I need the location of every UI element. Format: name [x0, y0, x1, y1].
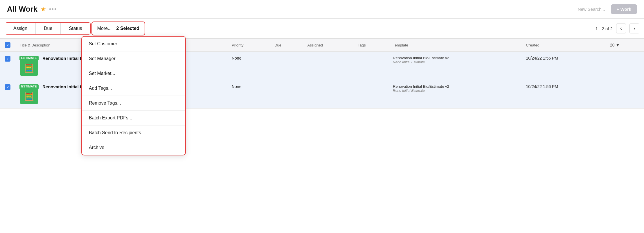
row2-template-sub: Reno Initial Estimate	[393, 89, 517, 93]
row2-tags	[353, 80, 388, 109]
dropdown-item-set-market[interactable]: Set Market...	[82, 66, 185, 81]
row1-estimate-badge: ESTIMATE	[19, 56, 39, 60]
row2-estimate-icon-wrap: 🧮	[20, 89, 38, 104]
selected-count-label: 2 Selected	[116, 26, 139, 31]
row2-title-text: Renovation Initial Bid	[42, 84, 87, 89]
dropdown-item-batch-send[interactable]: Batch Send to Recipients...	[82, 126, 185, 140]
row1-actions	[605, 52, 644, 80]
row1-title-text: Renovation Initial Bid	[42, 56, 87, 61]
row2-checkbox[interactable]: ✓	[5, 84, 10, 90]
star-icon[interactable]: ★	[40, 6, 46, 13]
row1-estimate-icon-wrap: 🧮	[20, 60, 38, 76]
next-page-button[interactable]: ›	[629, 24, 639, 33]
due-button[interactable]: Due	[36, 23, 61, 34]
toolbar-right: 1 - 2 of 2 ‹ ›	[596, 24, 639, 33]
per-page-selector[interactable]: 20 ▼	[610, 43, 639, 47]
row1-assigned	[303, 52, 353, 80]
col-template: Template	[388, 39, 521, 52]
col-tags: Tags	[353, 39, 388, 52]
prev-page-button[interactable]: ‹	[616, 24, 626, 33]
row2-cell3	[189, 80, 208, 109]
row1-cell4	[208, 52, 227, 80]
page-title: All Work	[7, 5, 37, 14]
row2-priority: None	[227, 80, 270, 109]
select-all-checkbox[interactable]: ✓	[5, 42, 10, 48]
col-spacer2	[189, 39, 208, 52]
row1-estimate-block: ESTIMATE 🧮	[20, 56, 38, 76]
row1-checkbox-cell[interactable]: ✓	[0, 52, 15, 80]
row1-priority: None	[227, 52, 270, 80]
dropdown-item-batch-export[interactable]: Batch Export PDFs...	[82, 111, 185, 126]
row1-tags	[353, 52, 388, 80]
col-assigned: Assigned	[303, 39, 353, 52]
dots-icon[interactable]: •••	[49, 6, 57, 12]
header: All Work ★ ••• New Search... + Work	[0, 0, 644, 19]
row2-calculator-icon: 🧮	[24, 92, 34, 101]
row2-created: 10/24/22 1:56 PM	[521, 80, 605, 109]
row1-calculator-icon: 🧮	[24, 63, 34, 73]
col-perpage[interactable]: 20 ▼	[605, 39, 644, 52]
row2-due	[270, 80, 303, 109]
per-page-chevron-icon: ▼	[616, 43, 620, 47]
row2-checkbox-cell[interactable]: ✓	[0, 80, 15, 109]
per-page-value: 20	[610, 43, 615, 47]
row2-actions	[605, 80, 644, 109]
dropdown-item-archive[interactable]: Archive	[82, 140, 185, 155]
row2-cell4	[208, 80, 227, 109]
more-dropdown: Set Customer Set Manager Set Market... A…	[81, 36, 186, 155]
add-work-button[interactable]: + Work	[611, 4, 637, 14]
row1-checkbox[interactable]: ✓	[5, 56, 10, 62]
action-button-group: Assign Due Status	[5, 22, 91, 35]
row1-created: 10/24/22 1:56 PM	[521, 52, 605, 80]
col-due: Due	[270, 39, 303, 52]
assign-button[interactable]: Assign	[5, 23, 36, 34]
row2-estimate-badge: ESTIMATE	[19, 84, 39, 89]
row1-cell3	[189, 52, 208, 80]
dropdown-item-set-customer[interactable]: Set Customer	[82, 37, 185, 51]
col-spacer3	[208, 39, 227, 52]
row2-template-name: Renovation Initial Bid/Estimate v2	[393, 84, 517, 89]
row1-template: Renovation Initial Bid/Estimate v2 Reno …	[388, 52, 521, 80]
toolbar: Assign Due Status More... 2 Selected 1 -…	[0, 19, 644, 39]
row1-template-sub: Reno Initial Estimate	[393, 60, 517, 64]
more-selected-group: More... 2 Selected	[91, 21, 145, 35]
row2-estimate-block: ESTIMATE 🧮	[20, 84, 38, 104]
pagination-label: 1 - 2 of 2	[596, 26, 613, 31]
row2-template: Renovation Initial Bid/Estimate v2 Reno …	[388, 80, 521, 109]
row1-due	[270, 52, 303, 80]
more-button[interactable]: More...	[97, 26, 112, 31]
col-priority: Priority	[227, 39, 270, 52]
row2-assigned	[303, 80, 353, 109]
row1-template-name: Renovation Initial Bid/Estimate v2	[393, 56, 517, 60]
header-checkbox-cell[interactable]: ✓	[0, 39, 15, 52]
status-button[interactable]: Status	[61, 23, 90, 34]
search-placeholder[interactable]: New Search...	[578, 7, 605, 12]
app-window: All Work ★ ••• New Search... + Work Assi…	[0, 0, 644, 233]
dropdown-item-set-manager[interactable]: Set Manager	[82, 51, 185, 66]
col-created: Created	[521, 39, 605, 52]
dropdown-item-add-tags[interactable]: Add Tags...	[82, 81, 185, 96]
dropdown-item-remove-tags[interactable]: Remove Tags...	[82, 96, 185, 111]
